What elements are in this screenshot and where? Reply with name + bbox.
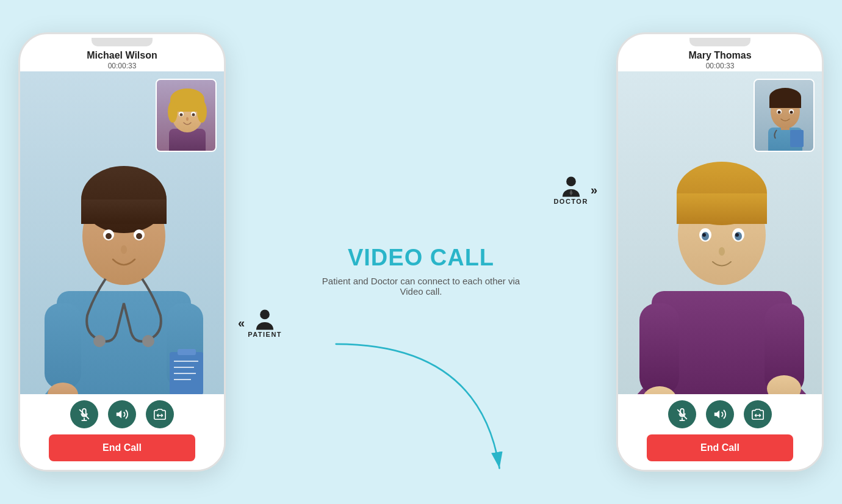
doctor-role-label: DOCTOR	[553, 176, 588, 205]
left-flip-camera-button[interactable]	[146, 400, 174, 428]
doctor-text: DOCTOR	[553, 198, 588, 205]
phone-notch-left	[92, 38, 153, 46]
page-container: Michael Wilson 00:00:33	[0, 0, 842, 504]
left-call-timer: 00:00:33	[20, 62, 224, 70]
svg-point-36	[186, 117, 189, 121]
right-phone-header: Mary Thomas 00:00:33	[618, 46, 822, 71]
svg-point-71	[790, 111, 793, 114]
left-phone: Michael Wilson 00:00:33	[18, 32, 226, 472]
svg-point-12	[93, 335, 106, 347]
svg-point-11	[121, 245, 127, 254]
left-phone-header: Michael Wilson 00:00:33	[20, 46, 224, 71]
right-flip-camera-button[interactable]	[744, 400, 772, 428]
left-end-call-button[interactable]: End Call	[49, 434, 195, 461]
svg-rect-19	[178, 349, 196, 355]
phone-notch-right	[689, 38, 750, 46]
microphone-slash-icon	[77, 408, 91, 421]
right-microphone-slash-icon	[675, 408, 689, 421]
svg-rect-14	[45, 303, 81, 389]
svg-point-10	[136, 233, 142, 239]
right-video-area	[618, 71, 822, 394]
svg-point-9	[106, 233, 112, 239]
right-camera-flip-icon	[751, 408, 765, 421]
right-caller-name: Mary Thomas	[618, 50, 822, 61]
chevron-right-icon: »	[591, 183, 598, 197]
left-speaker-button[interactable]	[108, 400, 136, 428]
section-description: Patient and Doctor can connect to each o…	[317, 276, 525, 297]
svg-rect-6	[81, 200, 167, 224]
left-thumbnail-image	[157, 80, 217, 152]
right-call-timer: 00:00:33	[618, 62, 822, 70]
svg-point-55	[702, 233, 706, 237]
left-video-area	[20, 71, 224, 394]
right-mute-button[interactable]	[668, 400, 696, 428]
right-phone: Mary Thomas 00:00:33	[616, 32, 824, 472]
middle-content: VIDEO CALL Patient and Doctor can connec…	[226, 208, 616, 297]
connection-arrow	[226, 318, 616, 501]
right-volume-icon	[713, 408, 727, 421]
right-thumbnail	[754, 79, 815, 152]
left-phone-controls: End Call	[20, 394, 224, 470]
right-thumbnail-image	[755, 80, 815, 152]
svg-point-70	[778, 111, 781, 114]
svg-point-56	[735, 233, 739, 237]
svg-point-35	[192, 113, 195, 117]
right-end-call-button[interactable]: End Call	[647, 434, 793, 461]
section-title: VIDEO CALL	[348, 245, 494, 271]
right-control-buttons	[668, 400, 772, 428]
doctor-label-group: DOCTOR »	[553, 176, 598, 205]
svg-point-57	[719, 247, 725, 256]
right-phone-controls: End Call	[618, 394, 822, 470]
camera-flip-icon	[153, 408, 167, 421]
left-caller-name: Michael Wilson	[20, 50, 224, 61]
left-mute-button[interactable]	[70, 400, 98, 428]
svg-point-30	[168, 101, 178, 123]
svg-rect-72	[790, 130, 804, 147]
volume-icon	[115, 408, 129, 421]
right-speaker-button[interactable]	[706, 400, 734, 428]
svg-rect-67	[769, 97, 801, 108]
svg-rect-50	[677, 193, 767, 224]
svg-point-13	[142, 335, 154, 347]
svg-rect-58	[639, 303, 679, 394]
left-thumbnail	[156, 79, 217, 152]
svg-point-31	[197, 101, 207, 123]
doctor-person-icon	[560, 176, 582, 198]
svg-point-42	[566, 176, 576, 186]
left-control-buttons	[70, 400, 174, 428]
svg-point-34	[180, 113, 183, 117]
